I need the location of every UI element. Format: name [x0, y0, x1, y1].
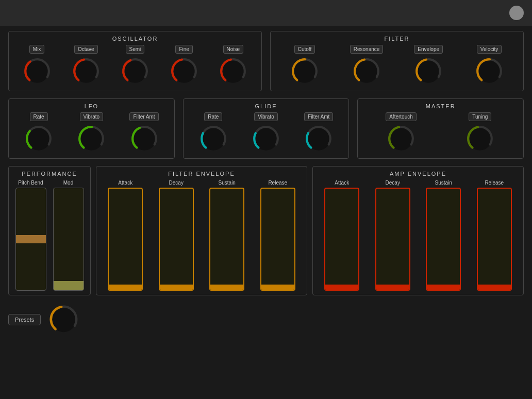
knob-group-noise: Noise: [218, 45, 248, 87]
mod-indicator: [54, 281, 84, 290]
lfo-section: LFO Rate Vibrato Filter Amt: [8, 98, 175, 159]
knob-label: Mix: [29, 45, 45, 54]
fader-indicator: [376, 285, 409, 290]
amp-envelope-row: AttackDecaySustainRelease: [318, 180, 518, 291]
knob-filter-amt[interactable]: [303, 123, 334, 154]
knob-group-vibrato: Vibrato: [76, 112, 107, 154]
pitch-bend-fader[interactable]: [15, 188, 46, 291]
knob-label: Resonance: [350, 45, 384, 54]
knob-label: Tuning: [469, 112, 491, 121]
presets-button[interactable]: Presets: [8, 314, 41, 325]
pitch-bend-group: Pitch Bend: [15, 180, 46, 291]
knob-velocity[interactable]: [474, 56, 505, 87]
knob-vibrato[interactable]: [76, 123, 107, 154]
fader-group-sustain: Sustain: [426, 180, 461, 291]
fader-label: Attack: [335, 180, 349, 186]
knob-cutoff[interactable]: [289, 56, 320, 87]
oscillator-title: OSCILLATOR: [14, 36, 256, 42]
performance-fader-row: Pitch Bend Mod: [14, 180, 85, 291]
knob-group-rate: Rate: [23, 112, 54, 154]
knob-group-velocity: Velocity: [474, 45, 505, 87]
amp-envelope-title: AMP ENVELOPE: [318, 171, 518, 177]
fader-indicator: [160, 285, 193, 290]
master-title: MASTER: [363, 103, 518, 109]
filter-title: FILTER: [276, 36, 518, 42]
performance-title: PERFORMANCE: [14, 171, 85, 177]
pitch-bend-label: Pitch Bend: [18, 180, 43, 186]
main-content: OSCILLATOR Mix Octave Semi Fine Noise FI…: [0, 26, 532, 341]
fader-group-decay: Decay: [159, 180, 194, 291]
fader-track[interactable]: [324, 188, 359, 291]
fader-label: Release: [485, 180, 504, 186]
knob-noise[interactable]: [218, 56, 248, 87]
oscillator-knob-row: Mix Octave Semi Fine Noise: [14, 45, 256, 87]
knob-label: Rate: [30, 112, 48, 121]
fader-track[interactable]: [375, 188, 410, 291]
fader-label: Attack: [118, 180, 132, 186]
knob-label: Filter Amt: [129, 112, 158, 121]
fader-group-release: Release: [260, 180, 295, 291]
top-circle-button[interactable]: [509, 6, 524, 20]
oscillator-section: OSCILLATOR Mix Octave Semi Fine Noise: [8, 31, 262, 91]
knob-vibrato[interactable]: [251, 123, 281, 154]
pitch-bend-handle: [16, 235, 46, 243]
knob-label: Octave: [74, 45, 98, 54]
fader-label: Sustain: [435, 180, 452, 186]
fader-label: Decay: [169, 180, 184, 186]
knob-group-rate: Rate: [198, 112, 229, 154]
filter-knob-row: Cutoff Resonance Envelope Velocity: [276, 45, 518, 87]
fader-track[interactable]: [108, 188, 143, 291]
knob-label: Velocity: [477, 45, 502, 54]
knob-group-fine: Fine: [169, 45, 200, 87]
knob-resonance[interactable]: [351, 56, 382, 87]
knob-mix[interactable]: [22, 56, 53, 87]
knob-label: Vibrato: [80, 112, 104, 121]
knob-group-octave: Octave: [71, 45, 102, 87]
fader-track[interactable]: [477, 188, 512, 291]
knob-group-cutoff: Cutoff: [289, 45, 320, 87]
filter-envelope-section: FILTER ENVELOPE AttackDecaySustainReleas…: [96, 166, 307, 295]
knob-label: Rate: [204, 112, 222, 121]
fader-group-decay: Decay: [375, 180, 410, 291]
fader-indicator: [325, 285, 358, 290]
fader-indicator: [427, 285, 460, 290]
fader-indicator: [478, 285, 511, 290]
knob-fine[interactable]: [169, 56, 200, 87]
bottom-row: PERFORMANCE Pitch Bend Mod FILTER ENVE: [8, 166, 524, 295]
knob-aftertouch[interactable]: [386, 123, 417, 154]
knob-group-vibrato: Vibrato: [251, 112, 281, 154]
fader-group-release: Release: [477, 180, 512, 291]
fader-track[interactable]: [159, 188, 194, 291]
mod-label: Mod: [63, 180, 73, 186]
knob-rate[interactable]: [23, 123, 54, 154]
mod-fader[interactable]: [53, 188, 84, 291]
knob-semi[interactable]: [120, 56, 151, 87]
glide-knob-row: Rate Vibrato Filter Amt: [189, 112, 344, 154]
top-row: OSCILLATOR Mix Octave Semi Fine Noise FI…: [8, 31, 524, 91]
filter-envelope-title: FILTER ENVELOPE: [102, 171, 302, 177]
knob-group-tuning: Tuning: [464, 112, 495, 154]
fader-indicator: [109, 285, 142, 290]
knob-group-semi: Semi: [120, 45, 151, 87]
fader-track[interactable]: [209, 188, 244, 291]
knob-filter-amt[interactable]: [129, 123, 160, 154]
fader-group-sustain: Sustain: [209, 180, 244, 291]
knob-tuning[interactable]: [464, 123, 495, 154]
mid-row: LFO Rate Vibrato Filter Amt GLIDE Rate V…: [8, 98, 524, 159]
fader-track[interactable]: [260, 188, 295, 291]
knob-label: Fine: [175, 45, 192, 54]
knob-group-mix: Mix: [22, 45, 53, 87]
lfo-title: LFO: [14, 103, 169, 109]
fader-label: Release: [268, 180, 287, 186]
fader-track[interactable]: [426, 188, 461, 291]
knob-group-resonance: Resonance: [350, 45, 384, 87]
knob-rate[interactable]: [198, 123, 229, 154]
knob-label: Envelope: [414, 45, 443, 54]
fader-label: Decay: [386, 180, 400, 186]
filter-envelope-row: AttackDecaySustainRelease: [102, 180, 302, 291]
knob-octave[interactable]: [71, 56, 102, 87]
knob-envelope[interactable]: [413, 56, 444, 87]
fader-group-attack: Attack: [108, 180, 143, 291]
knob-label: Noise: [223, 45, 244, 54]
fader-label: Sustain: [219, 180, 236, 186]
